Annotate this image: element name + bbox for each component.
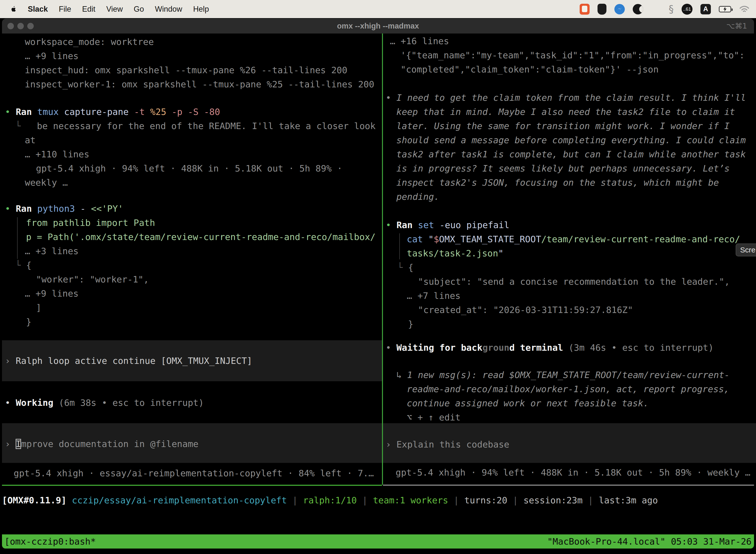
terminal-line: from pathlib import Path <box>26 216 155 230</box>
terminal-line: workspace_mode: worktree <box>25 35 154 49</box>
terminal-line: pending. <box>396 189 439 204</box>
terminal-line: gpt-5.4 xhigh · essay/ai-reimplementatio… <box>14 466 374 480</box>
terminal-line: "subject": "send a concise recommendatio… <box>418 275 730 289</box>
terminal-line: └ be necessary for the end of the README… <box>15 119 376 133</box>
messenger-icon[interactable] <box>614 4 625 14</box>
tmux-host-clock-label: "MacBook-Pro-44.local" 05:03 31-Mar-26 <box>547 535 752 549</box>
recording-indicator-icon[interactable] <box>580 4 589 15</box>
terminal-line: › Improve documentation in @filename <box>5 437 198 451</box>
terminal-line: readme-and-reco/mailbox/worker-1.json, a… <box>407 382 729 396</box>
tmux-status-bar: [omx-cczip0:bash* "MacBook-Pro-44.local"… <box>2 535 754 549</box>
moon-app-icon[interactable] <box>633 4 643 14</box>
right-pane-bottom-border <box>383 485 754 486</box>
terminal-line: └ { <box>397 260 414 275</box>
pane-divider[interactable] <box>382 34 383 485</box>
badge-61-icon[interactable]: ..61 <box>682 4 693 15</box>
terminal-line: weekly … <box>25 175 68 189</box>
terminal-line: … +16 lines <box>390 34 449 48</box>
terminal-line: • Waiting for background terminal (3m 46… <box>386 340 713 355</box>
terminal-line: gpt-5.4 xhigh · 94% left · 488K in · 5.1… <box>396 465 750 480</box>
left-pane[interactable]: workspace_mode: worktree… +9 linesinspec… <box>2 34 382 485</box>
terminal-line: } <box>408 317 414 331</box>
terminal-line: should send a message before completing … <box>396 133 746 147</box>
terminal-line: • Ran tmux capture-pane -t %25 -p -S -80 <box>5 105 220 119</box>
menu-item-edit[interactable]: Edit <box>82 5 95 14</box>
squiggle-icon[interactable]: § <box>669 4 674 15</box>
terminal-line: └ { <box>15 258 32 272</box>
terminal-line: p = Path('.omx/state/team/review-current… <box>26 230 376 244</box>
terminal-line: inspect_hud: omx sparkshell --tmux-pane … <box>25 63 347 77</box>
tmux-session-label: [omx-cczip0:bash* <box>4 535 96 549</box>
right-pane[interactable]: … +16 lines'{"team_name":"my-team","task… <box>383 34 756 485</box>
terminal-line: › Ralph loop active continue [OMX_TMUX_I… <box>5 354 252 368</box>
terminal-line: inspect_worker-1: omx sparkshell --tmux-… <box>25 77 374 91</box>
terminal-line: ] <box>36 300 42 315</box>
terminal-line: later. Using the same for transition mig… <box>396 119 730 133</box>
terminal-line: • Working (6m 38s • esc to interrupt) <box>5 396 204 410</box>
menu-item-view[interactable]: View <box>106 5 123 14</box>
terminal-line: … +9 lines <box>25 286 79 300</box>
password-manager-icon[interactable] <box>597 4 607 15</box>
terminal-line: "created_at": "2026-03-31T11:59:27.816Z" <box>418 303 633 317</box>
terminal-line: keep that in mind. Maybe I also need the… <box>396 105 735 119</box>
dots-grid-icon[interactable] <box>651 4 661 14</box>
terminal-line: ⌥ + ↑ edit <box>407 410 460 425</box>
menu-item-help[interactable]: Help <box>193 5 209 14</box>
terminal-line: } <box>26 315 32 329</box>
menu-item-window[interactable]: Window <box>155 5 182 14</box>
terminal-line: cat "$OMX_TEAM_STATE_ROOT/team/review-cu… <box>407 232 740 246</box>
terminal-line: … +3 lines <box>25 244 79 258</box>
terminal-line: is in progress? It seems likely but perh… <box>396 161 730 175</box>
battery-icon[interactable] <box>719 6 731 12</box>
terminal-line: … +9 lines <box>25 49 79 63</box>
terminal-line: inspect task2's JSON, focusing on the st… <box>396 175 719 189</box>
terminal-line: • I need to get the claim token from the… <box>386 91 746 105</box>
menu-item-go[interactable]: Go <box>134 5 144 14</box>
wifi-icon[interactable] <box>739 5 750 13</box>
menu-app-name[interactable]: Slack <box>28 5 48 14</box>
window-shortcut-label: ⌥⌘1 <box>726 19 747 34</box>
terminal-line: ↳ 1 new msg(s): read $OMX_TEAM_STATE_ROO… <box>396 368 730 382</box>
screen: { "menu_bar": { "app_name": "Slack", "it… <box>0 0 756 554</box>
terminal-line: "completed","claim_token":"claim-token"}… <box>400 62 658 76</box>
terminal-line: gpt-5.4 xhigh · 94% left · 488K in · 5.1… <box>36 161 342 175</box>
omx-status-line: [OMX#0.11.9] cczip/essay/ai-reimplementa… <box>2 493 754 508</box>
terminal-line: "worker": "worker-1", <box>36 272 149 286</box>
screen-share-tooltip: Scre <box>736 243 756 257</box>
menu-item-file[interactable]: File <box>59 5 71 14</box>
terminal-line: • Ran set -euo pipefail <box>386 218 509 232</box>
terminal-line: at <box>25 133 36 147</box>
input-source-icon[interactable]: A <box>700 4 711 14</box>
window-titlebar[interactable]: omx --xhigh --madmax ⌥⌘1 <box>2 19 754 34</box>
terminal-line: continue assigned work or next feasible … <box>407 396 649 410</box>
terminal-line: › Explain this codebase <box>386 437 509 451</box>
indent-guide <box>399 233 400 259</box>
menu-bar: Slack File Edit View Go Window Help § ..… <box>0 0 756 18</box>
menu-status-icons: § ..61 A <box>580 4 756 15</box>
terminal-line: • Ran python3 - <<'PY' <box>5 202 123 216</box>
indent-guide <box>17 217 18 259</box>
terminal-line: … +7 lines <box>407 289 460 303</box>
left-pane-bottom-border <box>2 485 382 486</box>
terminal-line: '{"team_name":"my-team","task_id":"1","f… <box>400 48 745 62</box>
apple-menu-icon[interactable] <box>10 5 17 13</box>
window-title: omx --xhigh --madmax <box>2 19 754 34</box>
terminal-line: task2 after task1 is complete, but can I… <box>396 147 746 161</box>
terminal-line: … +110 lines <box>25 147 89 161</box>
terminal-line: tasks/task-2.json" <box>407 246 504 260</box>
terminal-line: [OMX#0.11.9] cczip/essay/ai-reimplementa… <box>2 493 658 507</box>
